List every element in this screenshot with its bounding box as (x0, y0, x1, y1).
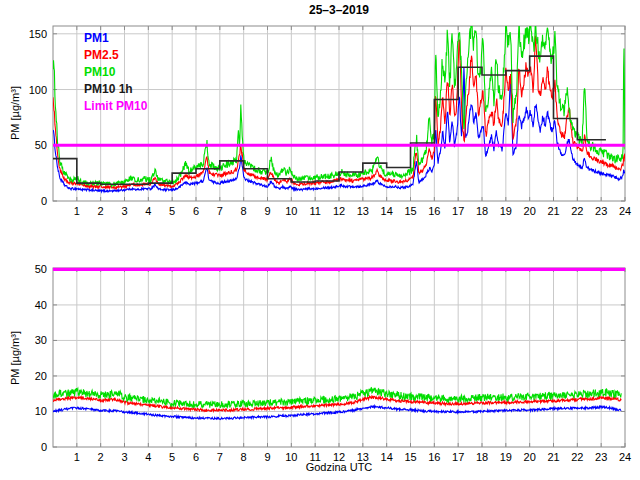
svg-text:24: 24 (619, 205, 631, 217)
top-y-axis-label: PM [µg/m³] (9, 86, 21, 140)
svg-text:23: 23 (595, 205, 607, 217)
figure-title: 25–3–2019 (53, 3, 625, 17)
legend-item-limit-pm10: Limit PM10 (84, 98, 147, 115)
legend-item-pm1: PM1 (84, 30, 147, 47)
svg-text:15: 15 (404, 205, 416, 217)
svg-text:7: 7 (217, 205, 223, 217)
svg-text:150: 150 (29, 28, 47, 40)
svg-text:14: 14 (381, 205, 393, 217)
svg-text:8: 8 (241, 205, 247, 217)
legend-item-pm10: PM10 (84, 64, 147, 81)
svg-text:10: 10 (285, 205, 297, 217)
svg-text:19: 19 (500, 205, 512, 217)
legend-item-pm10-1h: PM10 1h (84, 81, 147, 98)
svg-text:20: 20 (524, 205, 536, 217)
legend-item-pm25: PM2.5 (84, 47, 147, 64)
svg-text:0: 0 (41, 195, 47, 207)
svg-text:50: 50 (35, 139, 47, 151)
svg-text:12: 12 (333, 205, 345, 217)
svg-text:22: 22 (571, 205, 583, 217)
svg-text:13: 13 (357, 205, 369, 217)
svg-text:11: 11 (309, 205, 320, 217)
svg-text:5: 5 (169, 205, 175, 217)
svg-text:20: 20 (35, 370, 47, 382)
svg-text:9: 9 (264, 205, 270, 217)
figure-canvas: 1234567891011121314151617181920212223240… (0, 0, 640, 480)
bottom-plot-grid (53, 268, 625, 447)
svg-text:1: 1 (74, 205, 80, 217)
svg-text:3: 3 (121, 205, 127, 217)
svg-text:21: 21 (547, 205, 559, 217)
bottom-plot: 1234567891011121314151617181920212223240… (35, 263, 631, 463)
bottom-y-axis-label: PM [µg/m³] (9, 331, 21, 385)
x-axis-label: Godzina UTC (53, 461, 625, 473)
svg-text:40: 40 (35, 299, 47, 311)
svg-text:30: 30 (35, 334, 47, 346)
svg-text:17: 17 (452, 205, 464, 217)
svg-text:0: 0 (41, 441, 47, 453)
svg-text:4: 4 (145, 205, 151, 217)
svg-text:50: 50 (35, 263, 47, 275)
svg-text:10: 10 (35, 405, 47, 417)
bottom-plot-series-pm1 (53, 406, 621, 420)
svg-text:6: 6 (193, 205, 199, 217)
svg-text:2: 2 (98, 205, 104, 217)
svg-text:16: 16 (428, 205, 440, 217)
svg-text:100: 100 (29, 84, 47, 96)
legend: PM1 PM2.5 PM10 PM10 1h Limit PM10 (84, 30, 147, 115)
svg-text:18: 18 (476, 205, 488, 217)
